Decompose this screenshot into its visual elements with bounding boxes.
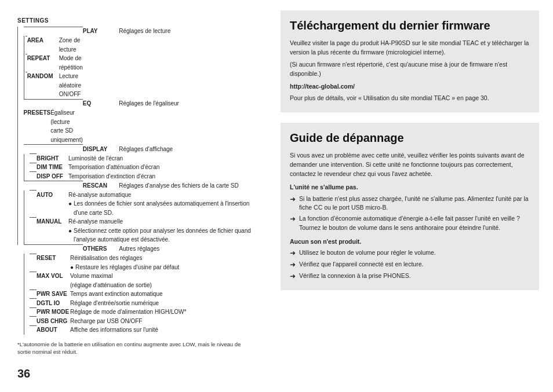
firmware-body2: (Si aucun firmware n'est répertorié, c'e… (290, 60, 530, 79)
pwr-save-key: PWR SAVE (37, 290, 70, 299)
presets-key: PRESETS (24, 108, 51, 144)
manual-bullet-text: Sélectionnez cette option pour analyser … (74, 226, 255, 244)
rescan-row: RESCAN Réglages d'analyse des fichiers d… (18, 181, 256, 190)
firmware-body: Veuillez visiter la page du produit HA-P… (290, 38, 530, 103)
manual-desc: Ré-analyse manuelle ● Sélectionnez cette… (68, 217, 255, 244)
play-key: PLAY (83, 27, 119, 36)
arrow-icon-1: ➜ (290, 194, 296, 204)
others-desc: Autres réglages (119, 244, 255, 254)
guide-intro: Si vous avez un problème avec cette unit… (290, 151, 530, 179)
guide-title: Guide de dépannage (290, 131, 530, 145)
arrow-icon-4: ➜ (290, 259, 296, 270)
random-desc: Lecture aléatoire ON/OFF (59, 72, 83, 99)
firmware-title: Téléchargement du dernier firmware (290, 19, 530, 32)
random-key: RANDOM (27, 72, 59, 99)
issue1-item2: ➜ La fonction d'économie automatique d'é… (290, 214, 530, 233)
pwr-save-desc: Temps avant extinction automatique (70, 290, 186, 299)
usb-chrg-key: USB CHRG (37, 317, 70, 326)
rescan-key: RESCAN (83, 181, 119, 190)
others-key: OTHERS (83, 244, 119, 254)
settings-tree: SETTINGS PLAY Réglages de lecture (17, 16, 255, 383)
reset-bullet: Restaure les réglages d'usine par défaut (75, 263, 179, 272)
issue2-heading: Aucun son n'est produit. (290, 238, 361, 245)
rescan-desc: Réglages d'analyse des fichiers de la ca… (119, 181, 255, 190)
about-key: ABOUT (37, 325, 70, 335)
firmware-section: Téléchargement du dernier firmware Veuil… (281, 10, 539, 112)
issue1-item1: ➜ Si la batterie n'est plus assez chargé… (290, 195, 530, 213)
arrow-icon-5: ➜ (290, 271, 296, 281)
presets-desc: Égaliseur (lecture carte SD uniquement) (50, 108, 83, 144)
pwr-mode-key: PWR MODE (37, 307, 70, 317)
max-vol-key: MAX VOL (37, 272, 70, 290)
manual-key: MANUAL (37, 217, 68, 244)
issue1-item1-text: Si la batterie n'est plus assez chargée,… (299, 195, 530, 213)
disp-off-key: DISP OFF (37, 172, 68, 181)
issue2-item1-text: Utilisez le bouton de volume pour régler… (299, 248, 436, 258)
right-panel: Téléchargement du dernier firmware Veuil… (267, 0, 553, 392)
play-inner-vbar: AREA Zone de lecture REPEAT Mode de répé… (24, 36, 83, 99)
repeat-desc: Mode de répétition (59, 54, 83, 72)
repeat-key: REPEAT (27, 54, 59, 72)
arrow-icon-2: ➜ (290, 214, 296, 224)
firmware-url[interactable]: http://teac-global.com/ (290, 83, 355, 90)
issue2-item3-text: Vérifiez la connexion à la prise PHONES. (299, 272, 411, 281)
issue2-item2-text: Vérifiez que l'appareil connecté est en … (299, 260, 423, 269)
issue1-item2-text: La fonction d'économie automatique d'éne… (299, 214, 530, 233)
reset-desc: Réinitialisation des réglages ● Restaure… (70, 254, 186, 272)
issue2-item2: ➜ Vérifiez que l'appareil connecté est e… (290, 260, 530, 270)
usb-chrg-desc: Recharge par USB ON/OFF (70, 317, 186, 326)
issue1-heading: L'unité ne s'allume pas. (290, 184, 358, 190)
issue2-item1: ➜ Utilisez le bouton de volume pour régl… (290, 248, 530, 258)
dim-time-key: DIM TIME (37, 163, 68, 172)
left-panel: SETTINGS PLAY Réglages de lecture (0, 0, 267, 392)
issue2-item3: ➜ Vérifiez la connexion à la prise PHONE… (290, 272, 530, 281)
play-row: PLAY Réglages de lecture (18, 27, 256, 36)
pwr-mode-desc: Réglage de mode d'alimentation HIGH/LOW* (70, 307, 186, 317)
dgtl-io-desc: Réglage d'entrée/sortie numérique (70, 299, 186, 308)
play-vbar (18, 27, 24, 99)
dgtl-io-key: DGTL IO (37, 299, 70, 308)
footnote: *L'autonomie de la batterie en utilisati… (17, 340, 255, 356)
auto-bullet: ● (68, 199, 72, 208)
guide-section: Guide de dépannage Si vous avez un probl… (281, 123, 539, 290)
eq-row: EQ Réglages de l'égaliseur (18, 99, 256, 108)
eq-key: EQ (83, 99, 119, 108)
play-hbar (24, 31, 83, 41)
area-row: AREA Zone de lecture REPEAT Mode de répé… (18, 36, 256, 99)
about-desc: Affiche des informations sur l'unité (70, 325, 186, 335)
disp-off-desc: Temporisation d'extinction d'écran (68, 172, 159, 181)
auto-bullet-text: Les données de fichier sont analysées au… (74, 199, 255, 217)
guide-body: Si vous avez un problème avec cette unit… (290, 151, 530, 281)
display-desc: Réglages d'affichage (119, 145, 255, 154)
display-key: DISPLAY (83, 145, 119, 154)
firmware-body1: Veuillez visiter la page du produit HA-P… (290, 38, 530, 57)
page-number: 36 (17, 365, 255, 383)
others-row: OTHERS Autres réglages (18, 244, 256, 254)
arrow-icon-3: ➜ (290, 248, 296, 258)
tree-table: PLAY Réglages de lecture AREA Zone de le… (17, 27, 255, 335)
play-desc: Réglages de lecture (119, 27, 255, 36)
firmware-body3: Pour plus de détails, voir « Utilisation… (290, 93, 530, 102)
root-label: SETTINGS (17, 16, 255, 25)
dim-time-desc: Temporisation d'atténuation d'écran (68, 163, 159, 172)
auto-desc: Ré-analyse automatique ● Les données de … (68, 190, 255, 218)
display-row: DISPLAY Réglages d'affichage (18, 145, 256, 154)
eq-desc: Réglages de l'égaliseur (119, 99, 255, 108)
manual-bullet: ● (68, 226, 72, 236)
max-vol-desc: Volume maximal(réglage d'atténuation de … (70, 272, 186, 290)
